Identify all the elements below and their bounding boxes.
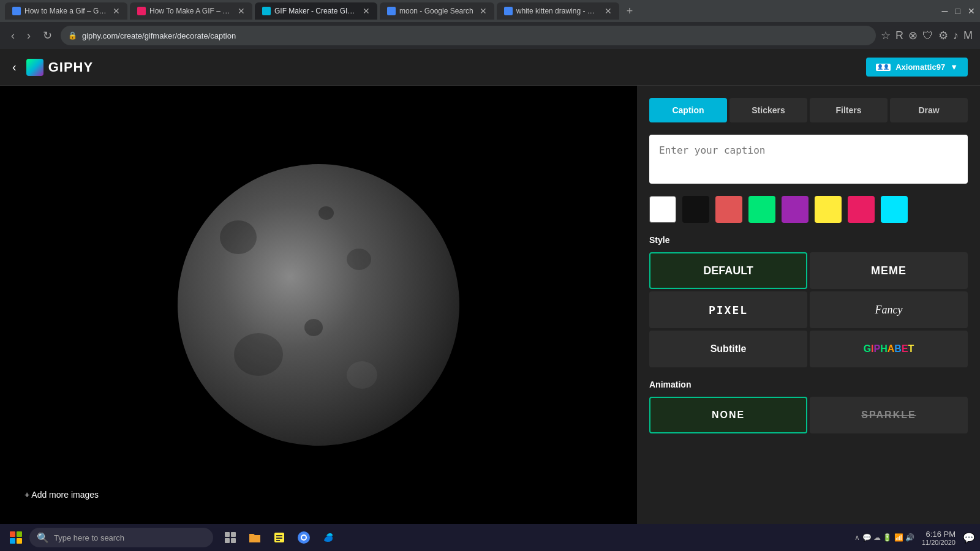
extension-icon-4[interactable]: ⚙ xyxy=(938,29,948,42)
close-button[interactable]: ✕ xyxy=(968,6,975,16)
app-wrapper: ‹ GIPHY 👤👤 Axiomattic97 ▼ xyxy=(0,49,980,524)
tab-2[interactable]: How To Make A GIF – GIPH ✕ xyxy=(130,2,252,20)
svg-point-10 xyxy=(302,536,306,539)
gif-panel: + Add more images xyxy=(0,86,637,524)
notes-icon[interactable] xyxy=(270,528,289,547)
svg-rect-5 xyxy=(276,535,282,536)
notification-icon[interactable]: 💬 xyxy=(963,532,975,544)
color-swatch-red[interactable] xyxy=(715,196,742,223)
url-text: giphy.com/create/gifmaker/decorate/capti… xyxy=(82,31,236,40)
profile-icon[interactable]: M xyxy=(963,29,973,42)
back-button[interactable]: ‹ xyxy=(7,27,18,45)
minimize-button[interactable]: ─ xyxy=(942,6,948,16)
user-avatar-icon: 👤👤 xyxy=(876,64,891,71)
giphy-header: ‹ GIPHY 👤👤 Axiomattic97 ▼ xyxy=(0,49,980,86)
clock-date: 11/20/2020 xyxy=(922,539,956,546)
style-pixel-button[interactable]: PIXEL xyxy=(649,291,807,328)
color-swatch-black[interactable] xyxy=(682,196,709,223)
color-swatch-green[interactable] xyxy=(748,196,775,223)
taskbar-search-placeholder: Type here to search xyxy=(54,533,124,542)
style-fancy-button[interactable]: Fancy xyxy=(810,291,968,328)
animation-section-label: Animation xyxy=(649,380,968,389)
tab-3[interactable]: GIF Maker - Create GIFs fro ✕ xyxy=(255,2,377,20)
tab-caption[interactable]: Caption xyxy=(649,98,727,122)
forward-button[interactable]: › xyxy=(23,27,34,45)
start-button[interactable] xyxy=(5,527,27,549)
giphy-logo-text: GIPHY xyxy=(48,59,93,75)
add-images-label: + Add more images xyxy=(24,490,99,500)
add-images-button[interactable]: + Add more images xyxy=(24,490,99,500)
tab-stickers[interactable]: Stickers xyxy=(729,98,807,122)
tab-filters[interactable]: Filters xyxy=(810,98,888,122)
user-name-label: Axiomattic97 xyxy=(895,62,945,72)
tab-2-title: How To Make A GIF – GIPH xyxy=(149,7,232,15)
animation-grid: NONE SPARKLE xyxy=(649,397,968,433)
style-subtitle-button[interactable]: Subtitle xyxy=(649,331,807,367)
style-default-button[interactable]: DEFAULT xyxy=(649,252,807,289)
tab-4-close[interactable]: ✕ xyxy=(480,6,487,16)
ssl-lock-icon: 🔒 xyxy=(68,31,77,40)
title-bar: How to Make a Gif – Googl ✕ How To Make … xyxy=(0,0,980,22)
tab-5[interactable]: white kitten drawing - Goo ✕ xyxy=(497,2,619,20)
taskbar-right: ∧ 💬 ☁ 🔋 📶 🔊 6:16 PM 11/20/2020 💬 xyxy=(854,530,975,546)
new-tab-button[interactable]: + xyxy=(622,5,638,18)
extension-icon-3[interactable]: 🛡 xyxy=(922,29,933,42)
user-profile-button[interactable]: 👤👤 Axiomattic97 ▼ xyxy=(866,58,968,77)
color-swatch-pink[interactable] xyxy=(848,196,875,223)
extension-icon-1[interactable]: R xyxy=(895,29,903,42)
url-bar[interactable]: 🔒 giphy.com/create/gifmaker/decorate/cap… xyxy=(61,26,876,45)
tab-5-title: white kitten drawing - Goo xyxy=(516,7,598,15)
nav-actions: ☆ R ⊗ 🛡 ⚙ ♪ M xyxy=(881,29,973,42)
tab-4[interactable]: moon - Google Search ✕ xyxy=(380,2,494,20)
extension-icon-5[interactable]: ♪ xyxy=(953,29,959,42)
refresh-button[interactable]: ↻ xyxy=(39,26,56,45)
svg-rect-6 xyxy=(276,538,282,539)
extension-icon-2[interactable]: ⊗ xyxy=(908,29,918,42)
color-swatch-purple[interactable] xyxy=(782,196,809,223)
window-controls: ─ □ ✕ xyxy=(942,6,975,16)
windows-logo-icon xyxy=(10,531,22,544)
edge-icon[interactable] xyxy=(318,528,338,547)
style-section-label: Style xyxy=(649,235,968,245)
tab-draw[interactable]: Draw xyxy=(890,98,968,122)
caption-input[interactable] xyxy=(649,135,968,184)
color-swatch-yellow[interactable] xyxy=(815,196,842,223)
taskbar-search-icon: 🔍 xyxy=(37,532,49,544)
task-view-icon[interactable] xyxy=(221,528,240,547)
color-swatch-cyan[interactable] xyxy=(881,196,908,223)
clock-time: 6:16 PM xyxy=(922,530,956,539)
tab-1[interactable]: How to Make a Gif – Googl ✕ xyxy=(5,2,127,20)
color-swatches xyxy=(649,196,968,223)
tab-3-favicon xyxy=(262,7,271,15)
animation-sparkle-button[interactable]: SPARKLE xyxy=(810,397,968,433)
svg-rect-2 xyxy=(225,538,230,543)
color-swatch-white[interactable] xyxy=(649,196,676,223)
tab-1-favicon xyxy=(12,7,21,15)
tab-5-favicon xyxy=(504,7,513,15)
chrome-icon[interactable] xyxy=(294,528,314,547)
tool-tabs-row: Caption Stickers Filters Draw xyxy=(649,98,968,122)
taskbar-search[interactable]: 🔍 Type here to search xyxy=(29,528,213,547)
giphy-logo-icon xyxy=(26,59,43,76)
giphy-logo: GIPHY xyxy=(26,59,93,76)
bookmark-icon[interactable]: ☆ xyxy=(881,29,891,42)
style-meme-button[interactable]: MEME xyxy=(810,252,968,289)
animation-none-button[interactable]: NONE xyxy=(649,397,807,433)
taskbar: 🔍 Type here to search xyxy=(0,524,980,551)
tab-1-close[interactable]: ✕ xyxy=(113,6,120,16)
style-giphabet-button[interactable]: GIPHABET xyxy=(810,331,968,367)
back-arrow-icon[interactable]: ‹ xyxy=(12,60,17,74)
svg-rect-1 xyxy=(231,532,236,537)
tab-3-close[interactable]: ✕ xyxy=(363,6,370,16)
tab-4-title: moon - Google Search xyxy=(399,7,473,15)
tab-3-title: GIF Maker - Create GIFs fro xyxy=(274,7,356,15)
moon-image xyxy=(178,164,459,446)
tab-2-close[interactable]: ✕ xyxy=(238,6,245,16)
file-explorer-icon[interactable] xyxy=(245,528,265,547)
maximize-button[interactable]: □ xyxy=(956,6,960,16)
tab-4-favicon xyxy=(387,7,396,15)
tab-1-title: How to Make a Gif – Googl xyxy=(24,7,107,15)
taskbar-icons xyxy=(216,528,343,547)
svg-rect-3 xyxy=(231,538,236,543)
tab-5-close[interactable]: ✕ xyxy=(605,6,612,16)
